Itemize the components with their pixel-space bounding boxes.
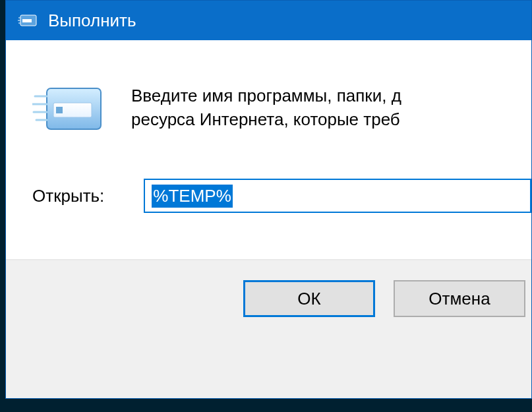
- svg-rect-4: [56, 107, 63, 113]
- description-text: Введите имя программы, папки, д ресурса …: [131, 80, 401, 132]
- description-row: Введите имя программы, папки, д ресурса …: [6, 80, 531, 139]
- open-row: Открыть: %TEMP%: [6, 179, 531, 213]
- run-dialog-window: Выполнить: [5, 0, 532, 399]
- open-input-value: %TEMP%: [152, 185, 232, 208]
- ok-button[interactable]: ОК: [243, 280, 375, 317]
- dialog-content: Введите имя программы, папки, д ресурса …: [6, 40, 531, 398]
- run-large-icon: [32, 83, 105, 139]
- open-label: Открыть:: [32, 186, 104, 206]
- cancel-button[interactable]: Отмена: [394, 280, 525, 317]
- svg-rect-1: [22, 19, 32, 22]
- titlebar[interactable]: Выполнить: [6, 1, 531, 40]
- titlebar-title: Выполнить: [48, 11, 136, 31]
- run-icon: [18, 13, 38, 28]
- open-input[interactable]: %TEMP%: [144, 179, 531, 213]
- button-bar: ОК Отмена: [6, 260, 531, 398]
